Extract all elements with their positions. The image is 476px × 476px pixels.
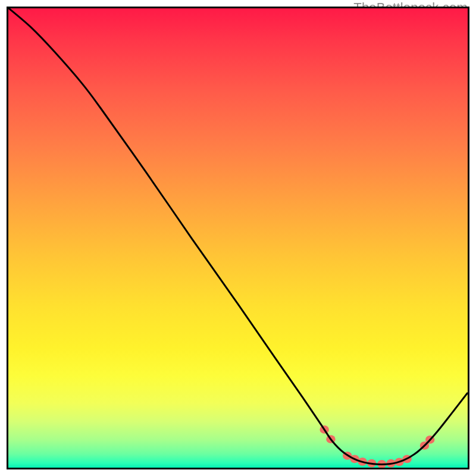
curve-line <box>9 8 467 465</box>
chart-svg <box>8 8 468 468</box>
chart-stage: TheBottleneck.com <box>0 0 476 476</box>
plot-area <box>7 7 469 469</box>
